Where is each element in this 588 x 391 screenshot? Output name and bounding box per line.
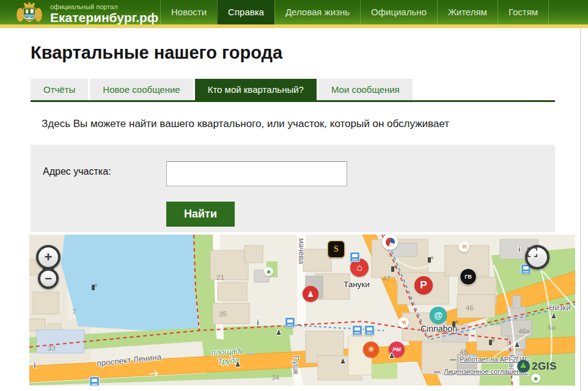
transit-stop-icon[interactable] xyxy=(89,376,100,386)
2gis-logo[interactable]: 2GIS xyxy=(517,360,557,373)
cinnabon-poi-icon[interactable]: @ xyxy=(430,307,447,324)
camera-icon xyxy=(92,285,95,290)
page-title: Квартальные нашего города xyxy=(31,43,282,63)
monument-icon: ♟ xyxy=(514,341,520,349)
monument-icon: ♟ xyxy=(276,329,282,337)
map-widget[interactable]: проспект Ленина площадь Труда мачёва Пуш… xyxy=(29,235,575,386)
nav-item-novosti[interactable]: Новости xyxy=(160,0,217,24)
fullscreen-icon xyxy=(527,247,537,257)
scale-dash xyxy=(434,371,440,373)
tab-kto-moy-kvartalny[interactable]: Кто мой квартальный? xyxy=(195,79,317,100)
building-number: 33 xyxy=(48,345,56,352)
info-icon: i xyxy=(257,318,259,327)
nav-item-oficialno[interactable]: Официально xyxy=(360,0,437,24)
street-label-tolmacheva: мачёва xyxy=(297,238,306,264)
building-number: 35 xyxy=(219,310,227,318)
parking-poi-icon[interactable]: P xyxy=(414,276,433,294)
tab-moi-soobsheniya[interactable]: Мои сообщения xyxy=(318,79,413,100)
portal-label: официальный портал xyxy=(50,3,158,11)
sinara-poi-icon[interactable]: S xyxy=(328,241,345,258)
building-number: 21 xyxy=(216,274,224,281)
building-number: 46 xyxy=(466,304,474,312)
main-nav: Новости Справка Деловая жизнь Официально… xyxy=(160,0,549,24)
tab-otchety[interactable]: Отчёты xyxy=(31,79,88,100)
monument-icon: ♟ xyxy=(340,357,346,365)
header-bar: официальный портал Екатеринбург.рф Новос… xyxy=(0,0,588,24)
gv-poi-icon[interactable]: ГВ xyxy=(460,268,477,285)
building-number: 4Б xyxy=(460,348,468,356)
monument-icon: ♟ xyxy=(389,352,395,360)
scale-dash xyxy=(450,359,456,360)
search-button[interactable]: Найти xyxy=(166,202,235,227)
building-number: 7 xyxy=(72,308,76,315)
zoom-out-button[interactable]: − xyxy=(38,268,59,289)
camera-icon xyxy=(391,266,394,272)
header-accent-bar xyxy=(0,24,588,28)
info-icon: i xyxy=(518,244,521,254)
page-description: Здесь Вы можете найти вашего квартальног… xyxy=(42,118,449,130)
scrollbar[interactable] xyxy=(580,28,581,391)
building-number: 46а xyxy=(518,327,530,335)
zoom-in-button[interactable]: + xyxy=(36,245,61,269)
restaurant-poi-icon[interactable]: YI xyxy=(398,317,409,328)
transit-stop-icon[interactable] xyxy=(285,317,295,327)
camera-icon xyxy=(428,257,431,263)
license-agreement-link[interactable]: Лицензионное соглашение xyxy=(444,368,528,375)
tab-bar: Отчёты Новое сообщение Кто мой квартальн… xyxy=(31,79,413,100)
site-logo[interactable]: официальный портал Екатеринбург.рф xyxy=(13,1,158,26)
transit-stop-icon[interactable] xyxy=(350,252,360,262)
tree-icon: ♣ xyxy=(531,374,540,383)
monument-icon: ♟ xyxy=(235,360,241,368)
building-number: 34 xyxy=(271,374,279,381)
nav-item-gostyam[interactable]: Гостям xyxy=(498,0,549,24)
tab-underline xyxy=(31,100,555,102)
2gis-logo-icon xyxy=(517,360,530,373)
search-form: Адрес участка: Найти xyxy=(31,145,555,232)
pretzel-poi-icon[interactable]: ❋ xyxy=(363,342,379,357)
nav-item-zhitelyam[interactable]: Жителям xyxy=(437,0,498,24)
coat-of-arms-icon xyxy=(13,1,45,26)
2gis-logo-text: 2GIS xyxy=(532,360,557,373)
building-number: 47 xyxy=(383,275,391,282)
poi-label-tanuki: Тануки xyxy=(344,280,370,289)
figure-poi-icon[interactable]: ♟ xyxy=(303,286,318,302)
transit-stop-icon[interactable] xyxy=(364,325,375,335)
camera-icon xyxy=(452,321,455,327)
monument-icon: ♟ xyxy=(551,312,557,320)
tree-icon: ♣ xyxy=(264,267,273,276)
address-label: Адрес участка: xyxy=(43,166,111,177)
emblem-inner xyxy=(386,238,395,247)
square-label-truda: площадь Труда xyxy=(207,346,249,367)
transit-stop-icon[interactable] xyxy=(352,325,362,335)
emblem-poi-icon[interactable] xyxy=(382,235,398,250)
fullscreen-button[interactable] xyxy=(525,245,549,269)
restaurant-poi-icon[interactable]: YI xyxy=(458,241,469,252)
address-input[interactable] xyxy=(166,161,347,186)
poi-label-cinnabon: Cinnabon xyxy=(421,324,457,334)
building-number: 6а xyxy=(548,324,556,331)
camera-icon xyxy=(489,340,492,345)
nav-item-spravka[interactable]: Справка xyxy=(217,0,274,24)
nav-item-delovaya[interactable]: Деловая жизнь xyxy=(274,0,360,24)
portal-name: Екатеринбург.рф xyxy=(50,11,158,24)
street-label-pushkina: Пушк xyxy=(292,356,300,375)
area-label-nizki: Низки xyxy=(549,303,571,312)
tab-novoe-soobshenie[interactable]: Новое сообщение xyxy=(90,79,193,100)
info-icon: i xyxy=(34,360,36,370)
